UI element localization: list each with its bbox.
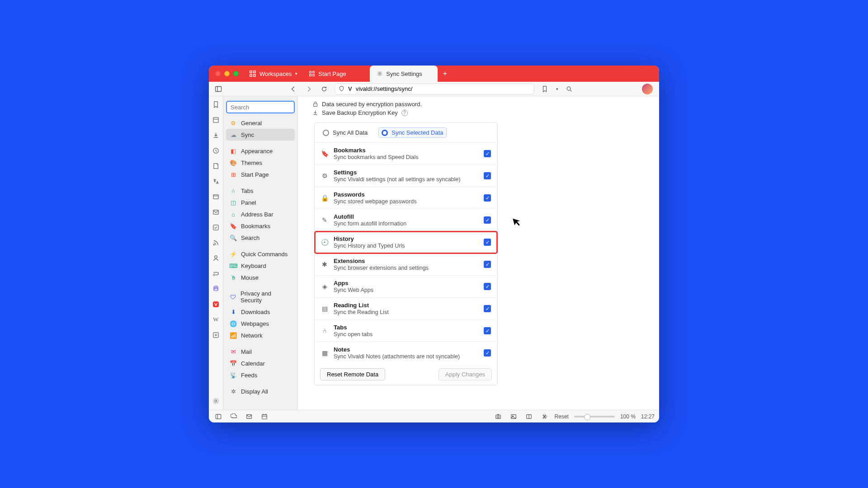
help-icon[interactable]: ? (401, 110, 408, 116)
minimize-window-button[interactable] (224, 71, 230, 76)
profile-avatar[interactable] (642, 84, 653, 94)
address-input[interactable] (356, 85, 530, 92)
shield-icon[interactable] (339, 86, 344, 92)
sidebar-item-panel[interactable]: ◫Panel (226, 197, 295, 208)
sidebar-item-address-bar[interactable]: ⌂Address Bar (226, 208, 295, 220)
page-actions-icon[interactable] (539, 412, 549, 422)
sidebar-item-mouse[interactable]: 🖱Mouse (226, 272, 295, 283)
sync-all-radio[interactable]: Sync All Data (320, 128, 370, 137)
sidebar-item-sync[interactable]: ☁Sync (226, 129, 295, 141)
sync-row-checkbox[interactable]: ✓ (484, 172, 491, 179)
sync-row-checkbox[interactable]: ✓ (484, 216, 491, 224)
sync-selected-radio[interactable]: Sync Selected Data (378, 127, 446, 138)
panel-toggle-button[interactable] (213, 84, 223, 94)
tab-start-page[interactable]: Start Page (302, 66, 370, 82)
sync-row-checkbox[interactable]: ✓ (484, 283, 491, 290)
sync-row-apps[interactable]: ◈AppsSync Web Apps✓ (315, 276, 497, 298)
backup-key-row[interactable]: Save Backup Encryption Key ? (312, 109, 643, 116)
new-tab-button[interactable]: + (438, 66, 452, 82)
capture-status-icon[interactable] (493, 412, 503, 422)
calendar-status-icon[interactable] (259, 412, 269, 422)
gear-icon: ⚙ (321, 172, 328, 179)
sidebar-item-quick-commands[interactable]: ⚡Quick Commands (226, 248, 295, 260)
sync-row-history[interactable]: 🕘HistorySync History and Typed Urls✓ (315, 231, 497, 253)
sync-row-autofill[interactable]: ✎AutofillSync form autofill information✓ (315, 209, 497, 231)
sidebar-item-general[interactable]: ⚙General (226, 117, 295, 129)
note-icon: ▦ (321, 349, 328, 357)
sync-row-extensions[interactable]: ✱ExtensionsSync browser extensions and s… (315, 253, 497, 276)
sidebar-item-start-page[interactable]: ⊞Start Page (226, 169, 295, 180)
sidebar-item-mail[interactable]: ✉Mail (226, 346, 295, 357)
sidebar-item-webpages[interactable]: 🌐Webpages (226, 318, 295, 329)
sync-row-text: SettingsSync Vivaldi settings (not all s… (334, 169, 478, 183)
bookmark-button[interactable] (540, 84, 550, 94)
contacts-panel-icon[interactable] (212, 253, 221, 263)
translate-panel-icon[interactable] (212, 177, 221, 186)
sync-row-checkbox[interactable]: ✓ (484, 239, 491, 246)
sync-row-checkbox[interactable]: ✓ (484, 261, 491, 268)
apps-icon: ◈ (321, 283, 328, 290)
sidebar-item-label: Feeds (241, 372, 257, 379)
sync-row-notes[interactable]: ▦NotesSync Vivaldi Notes (attachments ar… (315, 342, 497, 364)
sync-status-icon[interactable] (229, 412, 239, 422)
zoom-slider[interactable] (574, 416, 615, 418)
sidebar-item-search[interactable]: 🔍Search (226, 232, 295, 244)
sessions-panel-icon[interactable] (212, 269, 221, 278)
workspaces-button[interactable]: Workspaces ▾ (245, 66, 302, 82)
panel-toggle-status-icon[interactable] (213, 412, 223, 422)
reading-list-panel-icon[interactable] (212, 115, 221, 124)
sync-row-settings[interactable]: ⚙SettingsSync Vivaldi settings (not all … (315, 165, 497, 187)
reload-button[interactable] (319, 84, 329, 94)
sidebar-item-themes[interactable]: 🎨Themes (226, 157, 295, 169)
svg-rect-13 (213, 117, 218, 122)
add-panel-icon[interactable] (212, 330, 221, 339)
bookmarks-panel-icon[interactable] (212, 100, 221, 109)
sidebar-item-bookmarks[interactable]: 🔖Bookmarks (226, 220, 295, 232)
close-window-button[interactable] (215, 71, 221, 76)
zoom-reset-button[interactable]: Reset (555, 413, 569, 420)
sidebar-item-display-all[interactable]: ✲Display All (226, 385, 295, 397)
sync-row-bookmarks[interactable]: 🔖BookmarksSync bookmarks and Speed Dials… (315, 143, 497, 165)
clock: 12:27 (641, 413, 655, 420)
tab-sync-settings[interactable]: Sync Settings (370, 66, 438, 82)
sync-row-reading-list[interactable]: ▤Reading ListSync the Reading List✓ (315, 298, 497, 320)
sidebar-item-feeds[interactable]: 📡Feeds (226, 369, 295, 381)
reset-remote-button[interactable]: Reset Remote Data (320, 368, 385, 380)
sync-row-tabs[interactable]: ⑃TabsSync open tabs✓ (315, 320, 497, 342)
sidebar-item-keyboard[interactable]: ⌨Keyboard (226, 260, 295, 272)
bookmark-menu-button[interactable]: ▾ (554, 84, 560, 94)
search-button[interactable] (564, 84, 574, 94)
downloads-panel-icon[interactable] (212, 131, 221, 140)
settings-search-input[interactable] (226, 101, 295, 113)
images-toggle-icon[interactable] (509, 412, 519, 422)
settings-panel-icon[interactable] (212, 396, 221, 405)
back-button[interactable] (288, 84, 298, 94)
tiling-status-icon[interactable] (524, 412, 534, 422)
tasks-panel-icon[interactable] (212, 223, 221, 232)
sync-row-checkbox[interactable]: ✓ (484, 349, 491, 357)
apply-changes-button[interactable]: Apply Changes (439, 368, 492, 380)
wiki-panel-icon[interactable]: W (212, 315, 221, 324)
mail-panel-icon[interactable] (212, 207, 221, 216)
notes-panel-icon[interactable] (212, 161, 221, 170)
sidebar-item-privacy-and-security[interactable]: 🛡Privacy and Security (226, 288, 295, 306)
mail-status-icon[interactable] (244, 412, 254, 422)
sync-row-checkbox[interactable]: ✓ (484, 327, 491, 334)
sidebar-item-calendar[interactable]: 📅Calendar (226, 357, 295, 369)
window-panel-icon[interactable] (212, 192, 221, 201)
sidebar-item-network[interactable]: 📶Network (226, 329, 295, 341)
sidebar-item-label: Keyboard (241, 263, 266, 269)
vivaldi-panel-icon[interactable] (212, 300, 221, 309)
sync-row-passwords[interactable]: 🔒PasswordsSync stored webpage passwords✓ (315, 187, 497, 209)
sidebar-item-appearance[interactable]: ◧Appearance (226, 145, 295, 157)
sync-row-checkbox[interactable]: ✓ (484, 150, 491, 157)
sync-row-checkbox[interactable]: ✓ (484, 305, 491, 312)
mastodon-panel-icon[interactable] (212, 284, 221, 293)
feeds-panel-icon[interactable] (212, 238, 221, 247)
sync-row-checkbox[interactable]: ✓ (484, 194, 491, 202)
sidebar-item-tabs[interactable]: ⑃Tabs (226, 185, 295, 197)
history-panel-icon[interactable] (212, 146, 221, 155)
forward-button[interactable] (304, 84, 314, 94)
sidebar-item-downloads[interactable]: ⬇Downloads (226, 306, 295, 318)
maximize-window-button[interactable] (233, 71, 239, 76)
